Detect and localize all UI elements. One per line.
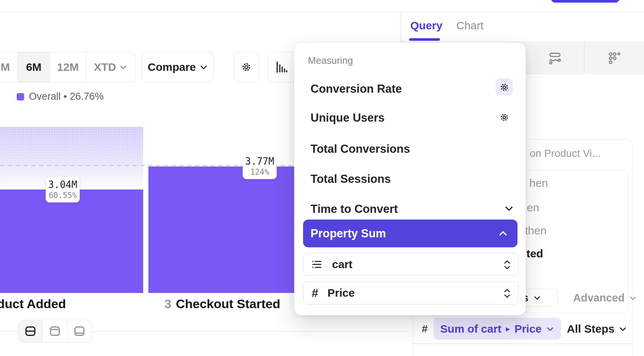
property-sum-event-select[interactable]: cart <box>303 253 519 276</box>
step3-axis-label: 3 Checkout Started <box>164 297 280 311</box>
layout-toggle-group <box>18 320 92 343</box>
chevron-down-icon <box>504 204 514 213</box>
flows-button[interactable] <box>548 51 562 65</box>
split-rows-icon <box>24 324 37 338</box>
card-title-fragment: on Product Vi... <box>530 148 601 159</box>
step-connector-fragment: en <box>527 201 539 214</box>
chart-settings-button[interactable] <box>234 52 259 82</box>
time-range-group: M 6M 12M XTD <box>0 52 135 82</box>
tab-query-underline <box>409 38 440 41</box>
list-icon <box>311 258 323 270</box>
step3-percent: 124% <box>250 168 269 177</box>
layout-bottom-panel-button[interactable] <box>68 320 92 342</box>
time-range-3m[interactable]: M <box>0 52 18 82</box>
step2-percent: 60.55% <box>49 191 77 200</box>
top-bar-icon <box>48 324 62 338</box>
time-range-6m[interactable]: 6M <box>18 52 50 82</box>
all-steps-dropdown[interactable]: All Steps <box>567 323 627 335</box>
card-divider <box>413 343 632 344</box>
tab-chart[interactable]: Chart <box>456 19 483 32</box>
time-range-12m[interactable]: 12M <box>50 52 86 82</box>
toolbar-divider <box>584 42 585 73</box>
panel-divider <box>401 12 401 42</box>
primary-action-button[interactable] <box>551 0 620 3</box>
conversion-rate-settings-button[interactable] <box>496 79 513 96</box>
tab-query[interactable]: Query <box>410 19 443 32</box>
gear-icon <box>240 61 252 73</box>
step2-value: 3.04M <box>48 179 77 190</box>
chevron-down-icon <box>119 63 127 71</box>
caret-right-icon: ▸ <box>506 324 510 334</box>
menu-item-total-conversions[interactable]: Total Conversions <box>310 142 410 156</box>
legend[interactable]: Overall • 26.76% <box>17 91 104 102</box>
number-type-icon: # <box>422 323 428 335</box>
chart-type-button[interactable] <box>268 52 296 82</box>
menu-item-total-sessions[interactable]: Total Sessions <box>310 172 391 186</box>
bottom-bar-icon <box>73 324 86 338</box>
bar-chart-icon <box>276 61 288 73</box>
advanced-button[interactable]: Advanced <box>573 292 637 304</box>
gear-icon <box>499 82 510 93</box>
menu-item-conversion-rate[interactable]: Conversion Rate <box>310 82 402 96</box>
chevron-down-icon <box>200 63 208 71</box>
property-sum-property-select[interactable]: # Price <box>303 281 519 304</box>
apps-grid-button[interactable] <box>608 51 622 65</box>
menu-item-time-to-convert[interactable]: Time to Convert <box>310 202 398 216</box>
popup-header: Measuring <box>308 55 353 66</box>
compare-button[interactable]: Compare <box>142 52 214 82</box>
value-label-step2[interactable]: 3.04M 60.55% <box>46 177 80 202</box>
unique-users-settings-button[interactable] <box>496 109 513 126</box>
layout-split-horizontal-button[interactable] <box>18 320 43 342</box>
unfold-icon <box>503 259 512 270</box>
sum-of-cart-price-chip[interactable]: Sum of cart ▸ Price <box>434 318 561 340</box>
step-connector-fragment: then <box>525 224 546 237</box>
chevron-down-icon <box>546 325 554 333</box>
legend-label: Overall • 26.76% <box>29 91 104 102</box>
unfold-icon <box>503 288 512 298</box>
legend-swatch <box>17 93 24 100</box>
measurement-row: # Sum of cart ▸ Price All Steps <box>422 318 627 340</box>
value-label-step3[interactable]: 3.77M 124% <box>243 153 277 179</box>
chevron-down-icon <box>619 325 627 333</box>
chevron-up-icon <box>498 229 508 238</box>
event-value: cart <box>332 258 352 271</box>
top-header <box>0 0 644 12</box>
step-name-fragment: ted <box>526 247 543 260</box>
step-connector-fragment: hen <box>529 177 548 189</box>
chevron-down-icon <box>629 294 637 302</box>
gear-icon <box>499 112 510 123</box>
layout-top-panel-button[interactable] <box>43 320 67 342</box>
measuring-popup: Measuring Conversion Rate Unique Users T… <box>294 43 526 315</box>
app-root: M 6M 12M XTD Compare <box>0 0 644 356</box>
hash-icon: # <box>312 286 318 300</box>
step2-axis-label: duct Added <box>0 297 66 311</box>
property-value: Price <box>328 287 355 299</box>
time-range-xtd[interactable]: XTD <box>86 52 135 82</box>
menu-item-property-sum[interactable]: Property Sum <box>303 220 518 247</box>
chevron-down-icon <box>533 294 541 301</box>
menu-item-unique-users[interactable]: Unique Users <box>310 111 385 125</box>
funnel-bar-step2[interactable] <box>0 189 143 293</box>
step3-value: 3.77M <box>245 156 274 167</box>
